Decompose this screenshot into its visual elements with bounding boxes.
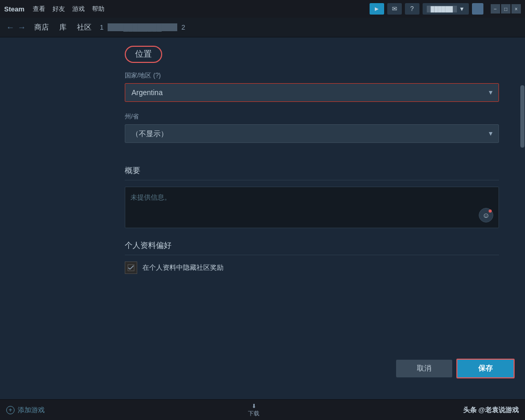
tb-btn-mail[interactable]: ✉	[387, 3, 402, 15]
forward-button[interactable]: →	[18, 23, 26, 32]
summary-title: 概要	[125, 166, 499, 180]
close-button[interactable]: ×	[511, 4, 521, 14]
breadcrumb-2: 2	[181, 23, 185, 31]
section-header-area: 位置	[0, 37, 525, 67]
scrollbar-track[interactable]	[520, 75, 525, 378]
title-bar: Steam 查看 好友 游戏 帮助 ► ✉ ? ██████ ▼ − □ ×	[0, 0, 525, 18]
tb-btn-help[interactable]: ?	[405, 3, 419, 15]
checkbox-row: 在个人资料中隐藏社区奖励	[125, 261, 504, 274]
summary-section: 概要 未提供信息。 ☺	[0, 158, 525, 232]
add-game-button[interactable]: + 添加游戏	[6, 405, 45, 415]
menu-games[interactable]: 游戏	[72, 5, 85, 14]
country-select[interactable]: Argentina	[125, 83, 499, 102]
breadcrumb-1: 1	[100, 23, 103, 31]
download-label: 下载	[248, 410, 259, 417]
summary-textarea[interactable]: 未提供信息。 ☺	[125, 187, 499, 228]
download-area[interactable]: ⬇ 下载	[248, 403, 259, 417]
add-game-label: 添加游戏	[18, 405, 45, 415]
app-title: Steam	[4, 5, 24, 13]
breadcrumb: 1 ████████ 2	[100, 23, 185, 31]
emoji-dot	[489, 209, 492, 213]
nav-community[interactable]: 社区	[77, 23, 91, 32]
nav-store[interactable]: 商店	[34, 23, 49, 32]
maximize-button[interactable]: □	[501, 4, 510, 14]
country-select-wrapper: Argentina ▼	[125, 83, 499, 102]
menu-help[interactable]: 帮助	[92, 5, 104, 14]
button-row: 取消 保存	[396, 359, 515, 378]
checkbox-hide-rewards[interactable]	[125, 261, 137, 274]
download-icon: ⬇	[252, 403, 256, 410]
checkbox-label-rewards: 在个人资料中隐藏社区奖励	[142, 263, 224, 272]
main-content: 位置 国家/地区 (?) Argentina ▼ 州/省 （不显示） ▼ 概要	[0, 37, 525, 399]
prefs-section: 个人资料偏好 在个人资料中隐藏社区奖励	[0, 232, 525, 278]
title-menu: 查看 好友 游戏 帮助	[33, 5, 104, 14]
section-title: 位置	[125, 46, 162, 63]
bottom-bar: + 添加游戏 ⬇ 下载 头条 @老袁说游戏	[0, 399, 525, 420]
title-bar-left: Steam 查看 好友 游戏 帮助	[4, 5, 104, 14]
menu-view[interactable]: 查看	[33, 5, 45, 14]
breadcrumb-sep: ████████	[108, 23, 177, 31]
title-bar-right: ► ✉ ? ██████ ▼ − □ ×	[370, 3, 521, 15]
country-field-group: 国家/地区 (?) Argentina ▼	[125, 71, 489, 102]
nav-library[interactable]: 库	[59, 23, 67, 32]
prefs-title: 个人资料偏好	[125, 241, 499, 255]
checkbox-icon-svg	[127, 264, 135, 271]
chevron-down-icon: ▼	[459, 6, 465, 12]
nav-links: 商店 库 社区	[34, 23, 91, 32]
tb-avatar	[472, 3, 483, 15]
tb-user-area[interactable]: ██████ ▼	[423, 3, 469, 15]
nav-arrows: ← →	[6, 23, 26, 32]
watermark: 头条 @老袁说游戏	[463, 405, 519, 415]
state-label: 州/省	[125, 112, 489, 121]
save-button[interactable]: 保存	[456, 359, 515, 378]
country-label: 国家/地区 (?)	[125, 71, 489, 80]
nav-bar: ← → 商店 库 社区 1 ████████ 2	[0, 18, 525, 37]
state-select[interactable]: （不显示）	[125, 124, 499, 143]
back-button[interactable]: ←	[6, 23, 15, 32]
form-area: 国家/地区 (?) Argentina ▼ 州/省 （不显示） ▼	[0, 67, 509, 158]
minimize-button[interactable]: −	[491, 4, 500, 14]
window-controls: − □ ×	[491, 4, 521, 14]
tb-user-name: ██████	[427, 6, 457, 12]
tb-btn-1[interactable]: ►	[370, 3, 384, 15]
summary-placeholder: 未提供信息。	[130, 193, 171, 201]
emoji-button[interactable]: ☺	[479, 208, 493, 222]
scrollbar-thumb[interactable]	[520, 85, 524, 148]
menu-friends[interactable]: 好友	[52, 5, 65, 14]
state-select-wrapper: （不显示） ▼	[125, 124, 499, 143]
state-field-group: 州/省 （不显示） ▼	[125, 112, 489, 143]
cancel-button[interactable]: 取消	[396, 360, 452, 377]
plus-icon: +	[6, 406, 15, 414]
